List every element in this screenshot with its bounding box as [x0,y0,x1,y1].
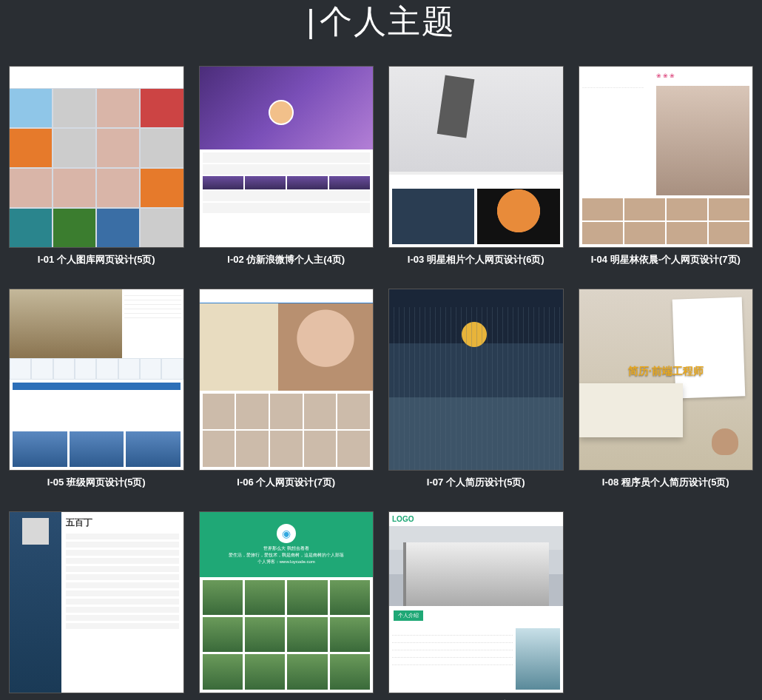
caption: I-11 大学生活记录个人主页(12页) [388,693,564,700]
thumbnail-i11: LOGO 个人介绍 [388,511,564,693]
template-card-i02[interactable]: I-02 仿新浪微博个人主(4页) [199,66,374,274]
page-title: 个人主题 [0,0,762,66]
caption: I-03 明星相片个人网页设计(6页) [388,248,564,274]
caption: I-01 个人图库网页设计(5页) [9,248,184,274]
template-grid: I-01 个人图库网页设计(5页) I-02 仿新浪微博个人主(4页) I-03… [0,66,762,700]
thumbnail-i08: 简历·前端工程师 [579,289,754,471]
thumb-label: 个人介绍 [394,610,423,621]
caption: I-06 个人网页设计(7页) [199,471,374,497]
thumb-label: 简历·前端工程师 [579,365,753,378]
caption: I-08 程序员个人简历设计(5页) [579,471,754,497]
thumbnail-i02 [199,66,374,248]
caption: I-09 IT技术个人简历(1页) [9,693,184,700]
template-card-i10[interactable]: ◉ 世界那么大 我想去看看 爱生活，爱旅行，爱技术，我是南树，这是南树的个人部落… [199,511,374,700]
thumbnail-i04: ❀ ❀ ❀ — — — — — — — — — — — — — — — — — … [579,66,754,248]
thumbnail-i06 [199,289,374,471]
thumbnail-i05 [9,289,184,471]
thumbnail-i09: 五百丁 [9,511,184,693]
caption: I-02 仿新浪微博个人主(4页) [199,248,374,274]
template-card-i07[interactable]: I-07 个人简历设计(5页) [388,289,564,497]
template-card-i06[interactable]: I-06 个人网页设计(7页) [199,289,374,497]
caption: I-05 班级网页设计(5页) [9,471,184,497]
template-card-i11[interactable]: LOGO 个人介绍 I-11 大学生活记录个人主页(12页) [388,511,564,700]
thumbnail-i03 [388,66,564,248]
template-card-i05[interactable]: I-05 班级网页设计(5页) [9,289,184,497]
thumb-name: 五百丁 [66,516,178,529]
template-card-i09[interactable]: 五百丁 I-09 IT技术个人简历(1页) [9,511,184,700]
template-card-i08[interactable]: 简历·前端工程师 I-08 程序员个人简历设计(5页) [579,289,754,497]
template-card-i03[interactable]: I-03 明星相片个人网页设计(6页) [388,66,564,274]
caption: I-10 个人生活记录设计(3页) [199,693,374,700]
thumb-line-3: 个人博客：www.loycode.com [257,559,315,565]
thumb-line-1: 世界那么大 我想去看看 [263,545,309,552]
thumbnail-i01 [9,66,184,248]
thumbnail-i07 [388,289,564,471]
template-card-i01[interactable]: I-01 个人图库网页设计(5页) [9,66,184,274]
caption: I-07 个人简历设计(5页) [388,471,564,497]
thumb-line-2: 爱生活，爱旅行，爱技术，我是南树，这是南树的个人部落 [229,552,344,559]
thumbnail-i10: ◉ 世界那么大 我想去看看 爱生活，爱旅行，爱技术，我是南树，这是南树的个人部落… [199,511,374,693]
thumb-logo: LOGO [389,512,563,527]
doraemon-icon: ◉ [277,524,296,543]
template-card-i04[interactable]: ❀ ❀ ❀ — — — — — — — — — — — — — — — — — … [579,66,754,274]
caption: I-04 明星林依晨-个人网页设计(7页) [579,248,754,274]
